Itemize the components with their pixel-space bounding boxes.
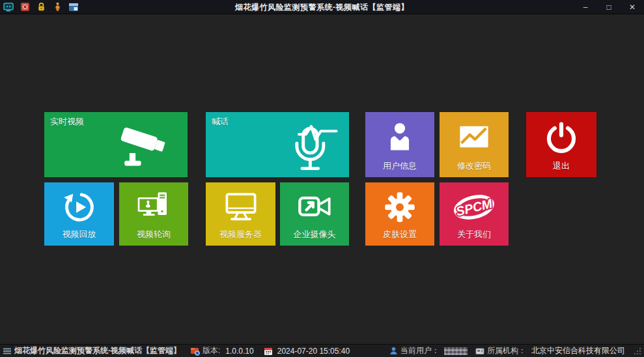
current-user-value-redacted: [444, 347, 468, 355]
tile-label: 退出: [526, 160, 596, 172]
tile-label: 喊话: [212, 116, 229, 128]
tile-exit[interactable]: 退出: [526, 112, 596, 177]
person-icon: [382, 119, 417, 154]
cctv-camera-icon: [113, 121, 180, 171]
statusbar-app-title: 烟花爆竹风险监测预警系统-视频喊话【监管端】: [14, 345, 181, 356]
tile-label: 视频轮询: [119, 229, 188, 240]
datetime-value: 2024-07-20 15:05:40: [277, 347, 350, 356]
computer-touch-icon: [136, 190, 171, 225]
organization-value: 北京中安信合科技有限公司: [531, 345, 625, 356]
title-bar: 烟花爆竹风险监测预警系统-视频喊话【监管端】 – □ ✕: [0, 0, 644, 14]
tile-about-us[interactable]: SPCM 关于我们: [440, 182, 509, 246]
current-user-label: 当前用户：: [400, 345, 440, 356]
tile-video-playback[interactable]: 视频回放: [44, 182, 114, 246]
tile-enterprise-camera[interactable]: 企业摄像头: [280, 182, 349, 246]
window-icon[interactable]: [68, 2, 79, 12]
maximize-button[interactable]: □: [597, 0, 621, 14]
window-controls: – □ ✕: [574, 0, 644, 14]
tile-realtime-video[interactable]: 实时视频: [44, 112, 188, 177]
walking-person-icon[interactable]: [52, 2, 63, 12]
resize-grip-icon[interactable]: [634, 347, 641, 355]
organization-label: 所属机构：: [487, 345, 526, 356]
calendar-icon: [264, 347, 273, 356]
line-chart-icon: [456, 119, 492, 154]
tile-label: 修改密码: [440, 160, 509, 172]
tile-label: 用户信息: [365, 160, 434, 172]
power-icon: [543, 121, 580, 157]
app-window: 烟花爆竹风险监测预警系统-视频喊话【监管端】 – □ ✕ 实时视频 喊话: [0, 0, 644, 357]
tile-label: 皮肤设置: [365, 229, 434, 240]
replay-icon: [62, 190, 97, 225]
tile-shout[interactable]: 喊话: [206, 112, 349, 177]
version-icon: [190, 346, 200, 356]
stop-icon[interactable]: [20, 2, 30, 12]
gear-icon: [382, 190, 417, 225]
tile-change-password[interactable]: 修改密码: [440, 112, 509, 177]
titlebar-toolbar: [0, 2, 79, 12]
monitor-icon: [223, 190, 259, 225]
spcm-logo-icon: SPCM: [450, 188, 498, 226]
tile-label: 企业摄像头: [280, 229, 349, 240]
tile-label: 视频服务器: [206, 229, 275, 240]
version-label: 版本:: [203, 345, 220, 356]
svg-text:SPCM: SPCM: [455, 196, 494, 219]
menu-icon[interactable]: [3, 347, 12, 356]
tile-label: 关于我们: [440, 229, 509, 240]
user-icon: [389, 347, 398, 355]
tile-label: 视频回放: [44, 229, 114, 240]
organization-icon: [475, 347, 484, 356]
tile-skin-settings[interactable]: 皮肤设置: [365, 182, 434, 246]
video-camera-icon: [297, 190, 332, 225]
close-button[interactable]: ✕: [621, 0, 644, 14]
status-bar: 烟花爆竹风险监测预警系统-视频喊话【监管端】 版本: 1.0.0.10 202: [0, 344, 644, 357]
tile-label: 实时视频: [50, 116, 84, 128]
window-title: 烟花爆竹风险监测预警系统-视频喊话【监管端】: [0, 0, 644, 14]
minimize-button[interactable]: –: [574, 0, 597, 14]
tile-user-info[interactable]: 用户信息: [365, 112, 434, 177]
tile-video-server[interactable]: 视频服务器: [206, 182, 275, 246]
version-value: 1.0.0.10: [225, 347, 253, 356]
microphone-icon: [281, 120, 341, 173]
monitor-icon[interactable]: [3, 2, 14, 12]
lock-icon[interactable]: [36, 2, 46, 12]
tile-video-polling[interactable]: 视频轮询: [119, 182, 188, 246]
